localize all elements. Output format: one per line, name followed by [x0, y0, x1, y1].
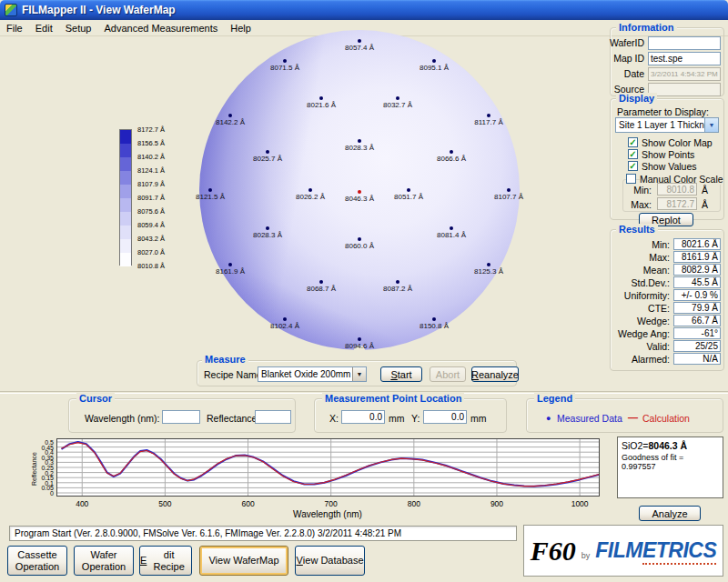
min-label: Min: — [630, 185, 652, 196]
wafer-point[interactable] — [308, 188, 312, 192]
result-label-wedge-ang-: Wedge Ang: — [604, 328, 670, 339]
y-tick-label: 0.5 — [34, 439, 54, 446]
x-label: X: — [329, 413, 339, 424]
recipe-name-dropdown[interactable]: Blanket Oxide 200mm ▼ — [258, 366, 367, 382]
result-label-valid-: Valid: — [604, 341, 670, 352]
wafer-point-value: 8081.4 Å — [424, 231, 479, 239]
wafer-point-value: 8102.4 Å — [258, 322, 312, 330]
max-unit: Å — [702, 199, 708, 210]
y-field[interactable]: 0.0 — [423, 410, 467, 424]
menu-file[interactable]: File — [0, 21, 29, 35]
info-field-source — [648, 83, 721, 96]
info-label-waferid: WaferID — [604, 37, 644, 48]
wafer-point[interactable] — [396, 280, 399, 284]
info-field-map-id[interactable]: test.spe — [648, 52, 721, 65]
color-scale-swatch — [120, 239, 131, 253]
nav-button-wafer-operation[interactable]: Wafer Operation — [74, 546, 134, 576]
color-scale-label: 8059.4 Å — [137, 221, 165, 229]
info-label-date: Date — [604, 68, 644, 79]
x-field[interactable]: 0.0 — [341, 410, 385, 424]
spectrum-chart[interactable] — [56, 438, 600, 497]
menu-edit[interactable]: Edit — [29, 21, 59, 35]
wafer-point[interactable] — [319, 96, 323, 100]
checkbox-show-values[interactable]: ✓ — [628, 161, 638, 171]
menu-advanced-measurements[interactable]: Advanced Measurements — [97, 21, 224, 35]
wafer-point-value: 8026.2 Å — [283, 193, 338, 201]
color-scale-label: 8124.1 Å — [137, 166, 165, 175]
wafer-point[interactable] — [432, 59, 436, 63]
nav-button-edit-recipe[interactable]: Edit Recipe — [139, 546, 192, 576]
wafer-point[interactable] — [450, 150, 453, 154]
wafer-point[interactable] — [432, 317, 436, 321]
wafer-point-value: 8071.5 Å — [258, 64, 312, 72]
wafer-point[interactable] — [487, 114, 490, 117]
status-bar: Program Start (Ver. 2.8.0.9000, FMSolve … — [9, 526, 517, 541]
x-tick-label: 400 — [71, 499, 93, 508]
menu-help[interactable]: Help — [224, 21, 258, 35]
start-button[interactable]: Start — [380, 366, 422, 382]
wafer-point[interactable] — [450, 226, 453, 230]
wafer-point-value: 8046.3 Å — [332, 195, 387, 203]
menu-setup[interactable]: Setup — [59, 21, 98, 35]
nav-button-cassette-operation[interactable]: Cassette Operation — [7, 546, 67, 576]
color-scale-swatch — [120, 253, 131, 266]
cursor-caption: Cursor — [76, 393, 115, 404]
color-scale-swatch — [120, 144, 131, 157]
result-value: 79.9 Å — [673, 302, 721, 314]
info-field-waferid[interactable] — [648, 36, 721, 50]
status-text: Program Start (Ver. 2.8.0.9000, FMSolve … — [10, 527, 516, 540]
wafer-color-scale: 8172.7 Å8156.5 Å8140.2 Å8124.1 Å8107.9 Å… — [119, 125, 187, 280]
wafer-point[interactable] — [228, 263, 232, 266]
wafer-point[interactable] — [266, 150, 269, 154]
wafer-point[interactable] — [396, 96, 399, 100]
legend-calculation-label: Calculation — [642, 413, 690, 424]
parameter-dropdown[interactable]: Site 1 Layer 1 Thickness ▼ — [615, 117, 719, 133]
wafer-point[interactable] — [358, 39, 361, 43]
color-scale-swatch — [120, 185, 131, 198]
wafer-point-value: 8121.5 Å — [183, 193, 238, 201]
result-label-wedge-: Wedge: — [604, 316, 670, 326]
analyze-button[interactable]: Analyze — [639, 506, 701, 521]
wavelength-field[interactable] — [162, 410, 200, 424]
title-bar[interactable]: FILMapper II - View WaferMap — [0, 0, 728, 20]
wafer-point[interactable] — [283, 59, 287, 63]
wafer-point-value: 8161.9 Å — [203, 267, 258, 276]
color-scale-label: 8172.7 Å — [137, 125, 165, 134]
checkbox-show-points[interactable]: ✓ — [628, 149, 638, 159]
color-scale-label: 8091.7 Å — [137, 194, 165, 202]
wafer-point-value: 8032.7 Å — [370, 101, 425, 109]
result-value: -61° — [673, 327, 721, 339]
wafer-point[interactable] — [228, 114, 232, 117]
reflectance-field[interactable] — [255, 410, 291, 424]
wafer-point[interactable] — [358, 237, 361, 241]
result-label-uniformity-: Uniformity: — [604, 290, 670, 301]
chevron-down-icon[interactable]: ▼ — [352, 367, 366, 381]
chevron-down-icon[interactable]: ▼ — [704, 118, 718, 132]
y-label: Y: — [411, 413, 420, 424]
fit-thickness-value: 8046.3 Å — [648, 440, 687, 451]
checkbox-manual-color-scale[interactable] — [626, 174, 636, 184]
x-tick-label: 800 — [403, 499, 425, 508]
wafer-point[interactable] — [319, 280, 323, 284]
nav-button-view-database[interactable]: View Database — [295, 546, 365, 576]
color-scale-label: 8075.6 Å — [137, 207, 165, 216]
wafer-point[interactable] — [487, 263, 490, 266]
min-field: 8010.8 — [657, 183, 697, 196]
abort-button: Abort — [430, 366, 466, 382]
f60-filmetrics-logo: F60 by FILMETRICS — [523, 525, 723, 577]
x-tick-label: 1000 — [569, 499, 591, 508]
reanalyze-button[interactable]: Reanalyze — [471, 366, 519, 382]
wafer-point[interactable] — [407, 188, 410, 192]
max-field: 8172.7 — [657, 197, 697, 210]
wafer-point[interactable] — [283, 317, 287, 321]
max-label: Max: — [630, 199, 652, 210]
wafer-point[interactable] — [358, 139, 361, 143]
wafer-point[interactable] — [266, 226, 269, 230]
checkbox-show-color-map[interactable]: ✓ — [628, 137, 638, 147]
nav-button-view-wafermap[interactable]: View WaferMap — [199, 546, 288, 576]
wafer-point[interactable] — [358, 337, 361, 341]
wafer-point[interactable] — [507, 188, 511, 192]
wafer-point[interactable] — [208, 188, 212, 192]
wafer-point-selected[interactable] — [358, 190, 361, 194]
color-scale-label: 8156.5 Å — [137, 139, 165, 147]
